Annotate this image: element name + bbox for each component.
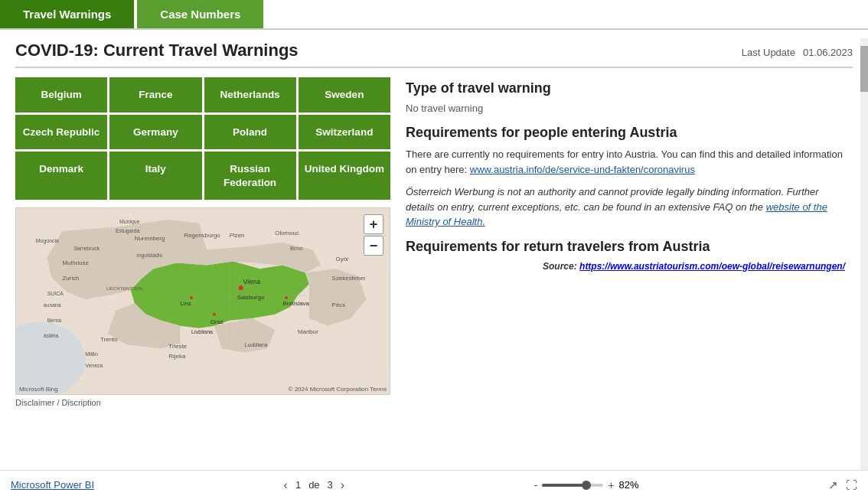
svg-text:Linz: Linz xyxy=(180,300,191,307)
svg-text:Brno: Brno xyxy=(290,245,303,252)
tab-bar: Travel Warnings Case Numbers xyxy=(0,0,868,30)
country-cell[interactable]: Poland xyxy=(204,115,296,150)
last-update: Last Update 01.06.2023 xyxy=(742,47,853,58)
svg-text:Salzburgo: Salzburgo xyxy=(237,294,265,301)
main-content: COVID-19: Current Travel Warnings Last U… xyxy=(0,30,868,461)
svg-text:Graz: Graz xyxy=(210,318,224,325)
svg-text:Sarrebruck: Sarrebruck xyxy=(73,246,100,251)
map-container[interactable]: Viena Linz Bratislava Salzburgo Graz Liu… xyxy=(15,207,390,395)
svg-text:Plzen: Plzen xyxy=(230,232,245,239)
svg-point-6 xyxy=(190,296,193,299)
svg-text:LIECHTENSTEIN: LIECHTENSTEIN xyxy=(106,286,142,291)
svg-text:Berna: Berna xyxy=(47,318,62,323)
two-column-layout: Belgium France Netherlands Sweden Czech … xyxy=(15,77,853,461)
page-header: COVID-19: Current Travel Warnings Last U… xyxy=(15,41,853,68)
next-page-button[interactable]: › xyxy=(341,478,344,492)
svg-text:Ingolstádio: Ingolstádio xyxy=(137,253,163,259)
requirements-title: Requirements for people entering Austria xyxy=(406,125,845,141)
bottom-right-icons: ↗ ⛶ xyxy=(828,478,857,492)
svg-text:Szekesfeher: Szekesfeher xyxy=(332,275,366,282)
svg-text:Veneza: Veneza xyxy=(85,363,103,368)
country-cell[interactable]: Italy xyxy=(109,152,201,200)
svg-point-8 xyxy=(213,313,216,316)
map-attribution: © 2024 Microsoft Corporation Terms xyxy=(289,386,387,393)
page-title: COVID-19: Current Travel Warnings xyxy=(15,41,299,60)
svg-text:Trento: Trento xyxy=(100,336,118,343)
country-cell[interactable]: Netherlands xyxy=(204,77,296,113)
return-title: Requirements for return travelers from A… xyxy=(406,239,845,255)
svg-text:Estugarda: Estugarda xyxy=(116,228,140,234)
pagination: ‹ 1 de 3 › xyxy=(284,478,345,492)
zoom-plus[interactable]: + xyxy=(608,479,614,491)
svg-point-5 xyxy=(239,285,243,290)
powerbi-link[interactable]: Microsoft Power BI xyxy=(11,479,94,491)
tab-travel-warnings[interactable]: Travel Warnings xyxy=(0,0,134,28)
country-cell[interactable]: Belgium xyxy=(15,77,107,113)
last-update-date: 01.06.2023 xyxy=(803,47,853,58)
last-update-label: Last Update xyxy=(742,47,795,58)
svg-text:ásiléia: ásiléia xyxy=(44,333,59,338)
country-cell[interactable]: Russian Federation xyxy=(204,152,296,200)
country-cell[interactable]: Denmark xyxy=(15,152,107,200)
svg-text:Viena: Viena xyxy=(243,278,261,285)
map-controls: + − xyxy=(364,214,383,256)
page-separator: de xyxy=(308,479,319,491)
country-cell[interactable]: Germany xyxy=(109,115,201,150)
country-cell[interactable]: Czech Republic xyxy=(15,115,107,150)
disclaimer-italic: Österreich Werbung is not an authority a… xyxy=(406,184,845,230)
svg-text:Pécs: Pécs xyxy=(332,302,346,308)
prev-page-button[interactable]: ‹ xyxy=(284,478,288,492)
page-total: 3 xyxy=(328,479,333,491)
svg-text:Trieste: Trieste xyxy=(168,344,188,351)
left-column: Belgium France Netherlands Sweden Czech … xyxy=(15,77,390,461)
svg-text:Rijeka: Rijeka xyxy=(168,354,186,360)
requirements-text: There are currently no requirements for … xyxy=(406,147,845,177)
svg-text:Györ: Györ xyxy=(336,256,350,263)
country-cell[interactable]: France xyxy=(109,77,201,113)
svg-text:Maribor: Maribor xyxy=(298,328,318,335)
map-bing-logo: Microsoft Bing xyxy=(19,386,58,393)
right-column: Type of travel warning No travel warning… xyxy=(406,77,853,461)
requirements-link[interactable]: www.austria.info/de/service-und-fakten/c… xyxy=(470,164,695,175)
svg-text:SUICA: SUICA xyxy=(47,291,64,296)
svg-text:Zurich: Zurich xyxy=(63,275,80,282)
country-cell[interactable]: Switzerland xyxy=(299,115,390,150)
zoom-controls: - + 82% xyxy=(534,479,639,491)
zoom-percent: 82% xyxy=(618,479,638,491)
svg-text:Bratislava: Bratislava xyxy=(282,300,309,307)
source-line: Source: https://www.austriatourism.com/o… xyxy=(406,261,845,272)
country-cell[interactable]: United Kingdom xyxy=(299,152,390,200)
map-disclaimer: Disclaimer / Discription xyxy=(15,398,390,407)
svg-text:Mogúncia: Mogúncia xyxy=(36,238,59,244)
country-cell[interactable]: Sweden xyxy=(299,77,390,113)
svg-text:Luubliana: Luubliana xyxy=(245,342,268,347)
no-warning-text: No travel warning xyxy=(406,103,845,114)
svg-text:Regensburgo: Regensburgo xyxy=(184,232,220,239)
tab-case-numbers[interactable]: Case Numbers xyxy=(137,0,263,28)
svg-point-7 xyxy=(285,296,288,299)
country-grid: Belgium France Netherlands Sweden Czech … xyxy=(15,77,390,200)
zoom-slider[interactable] xyxy=(542,484,603,487)
svg-text:Nuremberg: Nuremberg xyxy=(135,235,165,242)
svg-text:Milão: Milão xyxy=(85,352,98,357)
svg-text:Munique: Munique xyxy=(119,219,140,225)
svg-text:ausana: ausana xyxy=(44,302,61,308)
map-zoom-in[interactable]: + xyxy=(364,214,383,234)
map-zoom-out[interactable]: − xyxy=(364,236,383,256)
scrollbar-thumb[interactable] xyxy=(860,46,868,92)
svg-text:Liubliana: Liubliana xyxy=(191,329,213,334)
svg-text:Olomouc: Olomouc xyxy=(275,230,299,236)
share-icon[interactable]: ↗ xyxy=(828,478,838,492)
map-svg: Viena Linz Bratislava Salzburgo Graz Liu… xyxy=(16,208,390,394)
svg-text:Mulhouse: Mulhouse xyxy=(63,260,90,267)
fullscreen-icon[interactable]: ⛶ xyxy=(846,478,857,491)
zoom-minus[interactable]: - xyxy=(534,479,538,491)
page-current: 1 xyxy=(295,479,301,491)
bottom-bar: Microsoft Power BI ‹ 1 de 3 › - + 82% ↗ … xyxy=(0,470,868,499)
page-scrollbar[interactable] xyxy=(860,38,868,470)
source-link[interactable]: https://www.austriatourism.com/oew-globa… xyxy=(579,261,845,272)
warning-type-title: Type of travel warning xyxy=(406,80,845,96)
